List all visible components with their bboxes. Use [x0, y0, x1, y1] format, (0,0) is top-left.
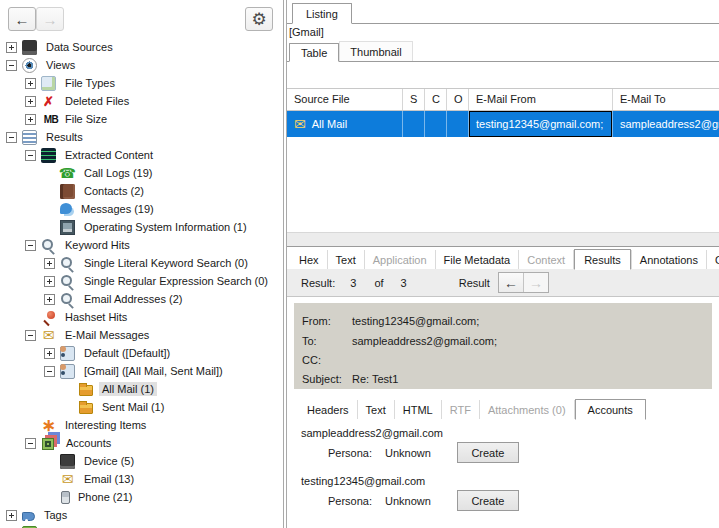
tree-item-label: Default ([Default]) [81, 346, 173, 360]
tree-item-reports[interactable]: Reports [0, 524, 283, 528]
interesting-items-icon: ∗ [41, 418, 56, 433]
previous-result-button[interactable]: ← [499, 273, 524, 292]
tab-msg-text[interactable]: Text [358, 400, 395, 419]
tree-item-e-mail-messages[interactable]: ✉ E-Mail Messages [0, 326, 283, 344]
expander-icon[interactable] [6, 132, 17, 143]
tree-item-label: Messages (19) [78, 202, 157, 216]
persona-label: Persona: [328, 495, 372, 507]
expander-icon[interactable] [44, 294, 55, 305]
tree-item-single-literal-keyword-search-0[interactable]: Single Literal Keyword Search (0) [0, 254, 283, 272]
tab-other-occurrences[interactable]: Other Occurrences [707, 250, 719, 269]
email-account-icon [60, 364, 75, 379]
tab-text[interactable]: Text [328, 250, 365, 269]
result-nav-buttons: ← → [498, 272, 549, 293]
expander-icon[interactable] [25, 438, 36, 449]
expander-icon[interactable] [25, 330, 36, 341]
tree-item-file-types[interactable]: File Types [0, 74, 283, 92]
tab-listing[interactable]: Listing [292, 3, 352, 24]
expander-icon[interactable] [25, 240, 36, 251]
column-header-s[interactable]: S [403, 89, 425, 110]
s-cell[interactable] [403, 111, 425, 137]
call-logs-icon: ☎ [60, 166, 75, 181]
expander-icon[interactable] [6, 510, 17, 521]
messages-icon [60, 203, 72, 214]
expander-icon[interactable] [6, 42, 17, 53]
expander-icon[interactable] [44, 258, 55, 269]
expander-icon[interactable] [6, 60, 17, 71]
tree-item-sent-mail-1[interactable]: Sent Mail (1) [0, 398, 283, 416]
tab-hex[interactable]: Hex [291, 250, 328, 269]
gear-icon[interactable]: ⚙ [245, 7, 273, 31]
hashset-hits-icon [41, 310, 56, 325]
tree-item-operating-system-information-1[interactable]: Operating System Information (1) [0, 218, 283, 236]
tab-thumbnail[interactable]: Thumbnail [339, 41, 412, 61]
expander-icon[interactable] [44, 348, 55, 359]
column-header-email-to[interactable]: E-Mail To [613, 89, 719, 110]
column-header-c[interactable]: C [425, 89, 447, 110]
tree-item-all-mail-1[interactable]: All Mail (1) [0, 380, 283, 398]
tree-item-single-regular-expression-search-0[interactable]: Single Regular Expression Search (0) [0, 272, 283, 290]
tree-item-email-13[interactable]: ✉ Email (13) [0, 470, 283, 488]
tree-item-deleted-files[interactable]: ✗ Deleted Files [0, 92, 283, 110]
tree-item-label: Views [43, 58, 78, 72]
search-icon [60, 292, 75, 307]
tree-item-views[interactable]: Views [0, 56, 283, 74]
expander-icon[interactable] [44, 366, 55, 377]
email-account-icon [60, 346, 75, 361]
tree-item-gmail-all-mail-sent-mail[interactable]: [Gmail] ([All Mail, Sent Mail]) [0, 362, 283, 380]
column-header-o[interactable]: O [447, 89, 469, 110]
tree-item-interesting-items[interactable]: ∗ Interesting Items [0, 416, 283, 434]
tree-item-messages-19[interactable]: Messages (19) [0, 200, 283, 218]
o-cell[interactable] [447, 111, 469, 137]
contacts-icon [60, 184, 75, 199]
tree-item-default-default[interactable]: Default ([Default]) [0, 344, 283, 362]
tab-annotations[interactable]: Annotations [631, 250, 707, 269]
tab-results[interactable]: Results [574, 249, 631, 270]
tree-item-tags[interactable]: Tags [0, 506, 283, 524]
results-icon [22, 130, 37, 145]
email-to-cell[interactable]: sampleaddress2@gmail.com [613, 111, 719, 137]
tab-headers[interactable]: Headers [299, 400, 358, 419]
tree-item-label: Device (5) [81, 454, 137, 468]
tree-item-extracted-content[interactable]: Extracted Content [0, 146, 283, 164]
column-header-email-from[interactable]: E-Mail From [469, 89, 613, 110]
tree-item-accounts[interactable]: Accounts [0, 434, 283, 452]
expander-icon[interactable] [25, 78, 36, 89]
tab-table[interactable]: Table [289, 43, 339, 62]
table-row[interactable]: ✉ All Mail testing12345@gmail.com; sampl… [287, 111, 719, 137]
tab-file-metadata[interactable]: File Metadata [436, 250, 520, 269]
tree-item-phone-21[interactable]: Phone (21) [0, 488, 283, 506]
tree-item-call-logs-19[interactable]: ☎ Call Logs (19) [0, 164, 283, 182]
create-persona-button[interactable]: Create [457, 490, 519, 511]
tree-item-keyword-hits[interactable]: Keyword Hits [0, 236, 283, 254]
next-result-button: → [524, 273, 548, 292]
back-button[interactable]: ← [8, 7, 36, 31]
tree-item-contacts-2[interactable]: Contacts (2) [0, 182, 283, 200]
create-persona-button[interactable]: Create [457, 442, 519, 463]
message-summary-panel: From: testing12345@gmail.com; To: sample… [294, 303, 712, 389]
to-label: To: [302, 335, 352, 347]
tab-attachments: Attachments (0) [480, 400, 575, 419]
c-cell[interactable] [425, 111, 447, 137]
column-header-source-file[interactable]: Source File [287, 89, 403, 110]
expander-icon[interactable] [25, 150, 36, 161]
tree-item-file-size[interactable]: MB File Size [0, 110, 283, 128]
tree-item-hashset-hits[interactable]: Hashset Hits [0, 308, 283, 326]
expander-icon[interactable] [25, 96, 36, 107]
tab-accounts[interactable]: Accounts [575, 399, 646, 420]
forward-button[interactable]: → [36, 7, 64, 31]
expander-icon[interactable] [25, 114, 36, 125]
tab-html[interactable]: HTML [395, 400, 442, 419]
horizontal-splitter[interactable] [287, 232, 719, 247]
keyword-hits-icon [41, 238, 56, 253]
expander-icon[interactable] [44, 276, 55, 287]
account-address: sampleaddress2@gmail.com [301, 427, 719, 439]
tree-item-email-addresses-2[interactable]: Email Addresses (2) [0, 290, 283, 308]
source-file-cell[interactable]: ✉ All Mail [287, 111, 403, 137]
tree-item-results[interactable]: Results [0, 128, 283, 146]
file-types-icon [41, 76, 56, 91]
tree-item-data-sources[interactable]: Data Sources [0, 38, 283, 56]
email-from-cell[interactable]: testing12345@gmail.com; [469, 111, 613, 137]
tree-item-device-5[interactable]: Device (5) [0, 452, 283, 470]
tree-item-label: Sent Mail (1) [99, 400, 167, 414]
